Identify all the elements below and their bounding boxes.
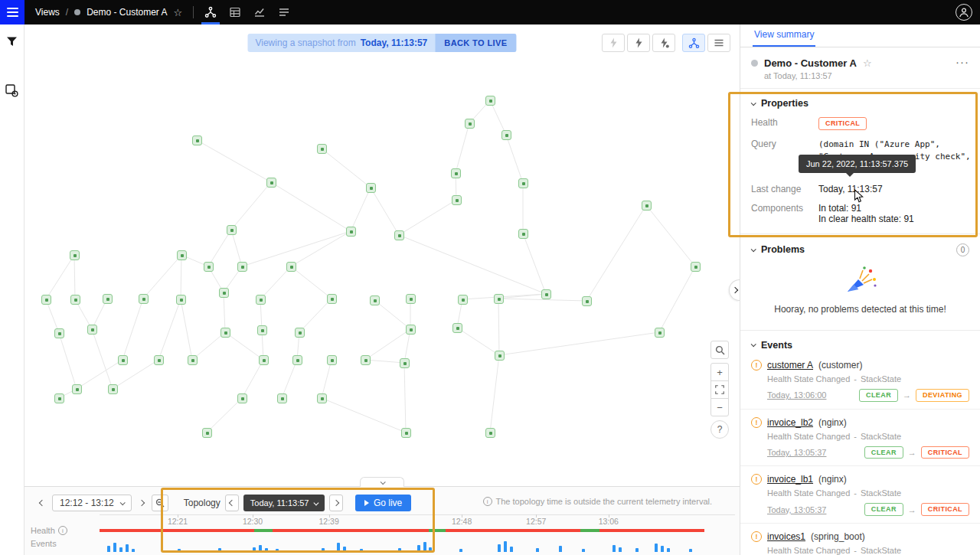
list-mode-icon[interactable]	[707, 34, 730, 52]
topology-node[interactable]	[257, 325, 267, 335]
zoom-out-button[interactable]: −	[710, 398, 729, 416]
event-bar[interactable]	[337, 543, 340, 552]
topology-node[interactable]	[485, 96, 495, 106]
event-bar[interactable]	[218, 548, 221, 552]
topology-node[interactable]	[465, 119, 475, 129]
event-bar[interactable]	[612, 545, 616, 552]
topology-node[interactable]	[202, 428, 212, 438]
topology-node[interactable]	[394, 230, 404, 240]
range-prev-button[interactable]	[37, 495, 47, 511]
event-bar[interactable]	[582, 549, 585, 552]
topology-node[interactable]	[295, 328, 305, 338]
event-bar[interactable]	[504, 541, 507, 552]
events-histogram[interactable]	[100, 540, 735, 552]
topology-node[interactable]	[366, 183, 376, 193]
event-component-link[interactable]: invoice_lb2	[767, 417, 813, 428]
topology-node[interactable]	[494, 294, 504, 304]
breadcrumb-view-name[interactable]: Demo - Customer A	[87, 7, 167, 18]
topology-node[interactable]	[451, 168, 461, 178]
health-segment-critical[interactable]	[599, 529, 704, 532]
event-bar[interactable]	[510, 547, 513, 552]
topology-node[interactable]	[541, 289, 551, 299]
chart-view-icon[interactable]	[247, 0, 272, 24]
avatar[interactable]	[956, 4, 972, 21]
topology-node[interactable]	[518, 229, 528, 239]
topology-node[interactable]	[327, 355, 337, 365]
topology-view-icon[interactable]	[198, 0, 223, 24]
topology-node[interactable]	[691, 262, 701, 272]
topology-node[interactable]	[495, 351, 505, 361]
topology-node[interactable]	[452, 195, 462, 205]
topology-node[interactable]	[154, 355, 164, 365]
event-bar[interactable]	[265, 548, 268, 552]
event-bar[interactable]	[126, 544, 129, 552]
time-range-select[interactable]: 12:12 - 13:12	[52, 495, 132, 511]
event-bar[interactable]	[132, 549, 135, 552]
topology-node[interactable]	[256, 295, 266, 305]
topology-node[interactable]	[41, 295, 51, 305]
event-bar[interactable]	[119, 547, 122, 552]
event-bar[interactable]	[276, 549, 279, 552]
event-bar[interactable]	[360, 549, 363, 552]
events-lightning-icon[interactable]	[627, 34, 650, 52]
topology-node[interactable]	[188, 355, 198, 365]
topology-node[interactable]	[266, 178, 276, 188]
topology-node[interactable]	[346, 227, 356, 237]
topology-node[interactable]	[219, 288, 229, 298]
topology-time-next-button[interactable]	[329, 495, 343, 511]
topology-node[interactable]	[327, 294, 337, 304]
health-segment-clear[interactable]	[429, 529, 446, 532]
health-segment-clear[interactable]	[254, 529, 273, 532]
event-bar[interactable]	[178, 549, 181, 552]
star-icon[interactable]: ☆	[863, 57, 872, 69]
topology-node[interactable]	[70, 295, 80, 305]
time-axis[interactable]: 12:2112:3012:3912:4812:5713:06	[100, 514, 735, 525]
topology-node[interactable]	[204, 262, 214, 272]
event-bar[interactable]	[253, 547, 256, 552]
topology-node[interactable]	[220, 328, 230, 338]
go-live-button[interactable]: Go live	[355, 495, 411, 511]
topology-node[interactable]	[401, 428, 411, 438]
event-time-link[interactable]: Today, 13:05:37	[767, 505, 826, 514]
breadcrumb-views[interactable]: Views	[35, 7, 60, 18]
topology-node[interactable]	[642, 201, 652, 211]
topology-node[interactable]	[177, 250, 187, 260]
topology-node[interactable]	[582, 296, 592, 306]
topology-node[interactable]	[227, 225, 237, 235]
star-icon[interactable]: ☆	[174, 7, 183, 18]
event-item[interactable]: !customer A(customer)Health State Change…	[740, 352, 980, 410]
topology-node[interactable]	[317, 144, 327, 154]
topology-node[interactable]	[286, 262, 296, 272]
event-bar[interactable]	[689, 549, 692, 552]
topology-time-select[interactable]: Today, 11:13:57	[243, 495, 325, 511]
health-segment-critical[interactable]	[446, 529, 580, 532]
tab-view-summary[interactable]: View summary	[753, 24, 815, 47]
topology-node[interactable]	[277, 393, 287, 403]
topology-node[interactable]	[192, 135, 202, 145]
topology-node[interactable]	[400, 358, 410, 368]
timeline-collapse-tab[interactable]	[360, 477, 404, 487]
health-segment-critical[interactable]	[100, 529, 254, 532]
health-segment-critical[interactable]	[273, 529, 429, 532]
more-menu-button[interactable]: ···	[956, 55, 969, 68]
help-button[interactable]: ?	[710, 420, 729, 439]
event-bar[interactable]	[107, 546, 110, 552]
health-timeline-bar[interactable]	[100, 529, 735, 532]
event-bar[interactable]	[113, 543, 116, 552]
last-change-value[interactable]: Today, 11:13:57	[818, 184, 883, 194]
event-bar[interactable]	[259, 545, 262, 552]
event-bar[interactable]	[661, 546, 664, 552]
topology-canvas[interactable]: Viewing a snapshot from Today, 11:13:57 …	[24, 24, 740, 486]
topology-node[interactable]	[292, 355, 302, 365]
topology-node[interactable]	[259, 355, 269, 365]
event-time-link[interactable]: Today, 13:06:00	[767, 390, 826, 400]
anomalies-lightning-icon[interactable]	[652, 34, 675, 52]
event-component-link[interactable]: invoices1	[767, 531, 805, 542]
event-bar[interactable]	[343, 547, 346, 552]
back-to-live-button[interactable]: BACK TO LIVE	[435, 34, 516, 52]
topology-node[interactable]	[176, 295, 186, 305]
problems-lightning-icon[interactable]	[602, 34, 625, 52]
topology-node[interactable]	[518, 178, 528, 188]
event-item[interactable]: !invoice_lb1(nginx)Health State Changed-…	[740, 466, 980, 524]
event-component-link[interactable]: invoice_lb1	[767, 474, 813, 485]
